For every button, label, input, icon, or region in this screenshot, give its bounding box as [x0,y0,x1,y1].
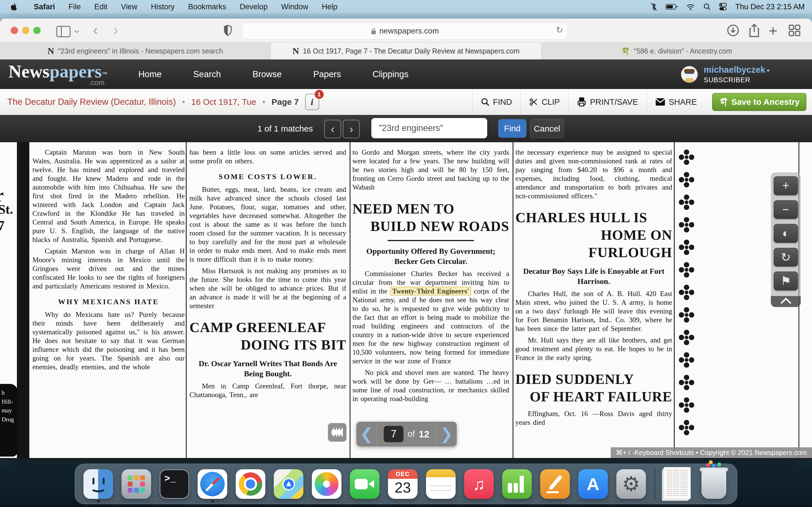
dock-icon-settings[interactable] [616,469,646,499]
apple-menu-icon[interactable] [10,3,17,11]
collapse-tools-button[interactable] [771,296,801,307]
calendar-month: DEC [388,469,417,479]
next-page-button[interactable]: ❯ [437,426,457,442]
menu-item-window[interactable]: Window [281,3,308,11]
menu-item-edit[interactable]: Edit [94,3,108,11]
user-cluster[interactable]: michaelbyczek ▾ SUBSCRIBER [680,59,770,89]
share-icon[interactable] [748,23,761,38]
article-paragraph: Butter, eggs, meat, lard, beans, ice cre… [190,185,346,264]
zoom-out-button[interactable]: − [774,200,798,219]
close-window-button[interactable] [11,27,18,34]
downloads-icon[interactable] [727,24,739,37]
total-pages: 12 [419,429,429,440]
wifi-icon[interactable] [686,3,695,10]
find-input[interactable]: "23rd engineers" [371,118,487,138]
dock-icon-numbers[interactable] [502,469,532,499]
reload-icon[interactable]: ↻ [556,25,563,35]
column-rule [674,142,675,458]
newspaper-page-image[interactable]: r St. 7 hHill-mayDrug Captain Marston wa… [0,142,812,458]
find-button[interactable]: FIND [472,89,520,115]
ornament-floret [679,285,694,300]
next-match-button[interactable]: › [343,120,360,138]
previous-match-button[interactable]: ‹ [324,120,341,138]
article-paragraph: Mr. Hull says they are all like brothers… [515,336,672,362]
dock-icon-maps[interactable] [274,469,303,499]
newspapers-logo[interactable]: Newspapers™ .com [8,62,107,86]
dock-icon-trash[interactable] [702,469,726,499]
headline-line: BUILD NEW ROADS [352,217,509,235]
site-nav-home[interactable]: Home [139,69,162,79]
zoom-in-button[interactable]: + [774,176,798,195]
dock-icon-appstore[interactable] [578,469,608,499]
minimize-window-button[interactable] [22,27,29,34]
forward-button[interactable]: › [113,22,118,37]
image-tools-panel: +−◐↻⚑ [771,172,801,307]
dock-icon-music[interactable] [464,469,494,499]
menu-item-help[interactable]: Help [322,3,338,11]
menu-item-safari[interactable]: Safari [34,3,55,11]
dock-icon-finder[interactable] [84,469,113,499]
tab-newspaper-page[interactable]: N 16 Oct 1917, Page 7 - The Decatur Dail… [271,43,541,60]
dock-icon-safari[interactable] [198,469,227,499]
previous-page-button[interactable]: ❮ [356,426,377,442]
new-tab-icon[interactable]: + [769,22,777,40]
ornament-floret [679,397,694,413]
privacy-shield-icon[interactable] [223,25,232,36]
share-article-button[interactable]: SHARE [647,89,705,115]
dock-icon-notes[interactable] [426,469,456,499]
tab-ancestry[interactable]: "586 e. division" - Ancestry.com [542,43,812,60]
rotate-button[interactable]: ↻ [774,248,798,267]
article-paragraph: No pick and shovel men are wanted. The h… [352,368,509,403]
tab-overview-icon[interactable] [788,24,801,37]
sidebar-chevron-icon[interactable]: › [75,26,79,37]
menu-bar-clock[interactable]: Thu Dec 23 2:15 AM [735,3,805,11]
sidebar-toggle-icon[interactable] [56,24,70,36]
dock-icon-facetime[interactable] [350,469,379,499]
page-gutter-shadow [17,142,29,458]
spotlight-icon[interactable] [703,3,711,11]
back-button[interactable]: ‹ [93,22,98,37]
find-cancel-button[interactable]: Cancel [530,119,564,138]
dock-icon-launchpad[interactable] [121,469,151,499]
site-nav-browse[interactable]: Browse [253,69,282,79]
viewer-actions: FIND CLIP PRINT/SAVE SHARE Save to Ances… [472,89,812,115]
filmstrip-view-button[interactable] [328,423,347,442]
menu-item-history[interactable]: History [151,3,174,11]
of-label: of [407,429,415,439]
info-button[interactable]: i 1 [305,94,319,110]
dock-icon-terminal[interactable] [160,469,189,499]
menu-item-view[interactable]: View [121,3,137,11]
current-page-input[interactable]: 7 [384,426,403,442]
ancestry-leaf-icon [719,97,728,107]
site-nav-search[interactable]: Search [193,69,221,79]
paper-title-link[interactable]: The Decatur Daily Review (Decatur, Illin… [7,97,176,107]
headline-line: HOME ON FURLOUGH [515,226,672,261]
dock-icon-document[interactable] [664,467,691,499]
clip-button[interactable]: CLIP [520,89,568,115]
site-nav-clippings[interactable]: Clippings [372,69,409,79]
paper-date-link[interactable]: 16 Oct 1917, Tue [191,97,256,107]
flag-button[interactable]: ⚑ [774,272,798,290]
calendar-day: 23 [395,479,411,496]
control-center-icon[interactable] [719,3,727,11]
menu-item-bookmarks[interactable]: Bookmarks [188,3,226,11]
menu-item-develop[interactable]: Develop [240,3,267,11]
article-paragraph: Why do Mexicans hate us? Purely because … [33,310,185,371]
dock-icon-pages[interactable] [540,469,570,499]
contrast-button[interactable]: ◐ [774,224,798,243]
fullscreen-window-button[interactable] [33,27,41,34]
filmstrip-icon [332,428,343,437]
ornament-floret [679,375,694,390]
address-bar[interactable]: newspapers.com ↻ [242,22,568,40]
dock-icon-chrome[interactable] [236,469,265,499]
print-save-button[interactable]: PRINT/SAVE [568,89,646,115]
site-nav-papers[interactable]: Papers [313,69,341,79]
dock-icon-calendar[interactable]: DEC23 [388,469,417,499]
save-to-ancestry-button[interactable]: Save to Ancestry [712,93,806,111]
battery-icon[interactable] [665,3,678,10]
menu-item-file[interactable]: File [68,3,81,11]
find-submit-button[interactable]: Find [498,119,526,138]
bluetooth-off-icon[interactable] [651,3,657,11]
dock-icon-photos[interactable] [312,469,342,499]
tab-newspapers-search[interactable]: N "23rd engineers" in Illinois - Newspap… [0,43,271,60]
